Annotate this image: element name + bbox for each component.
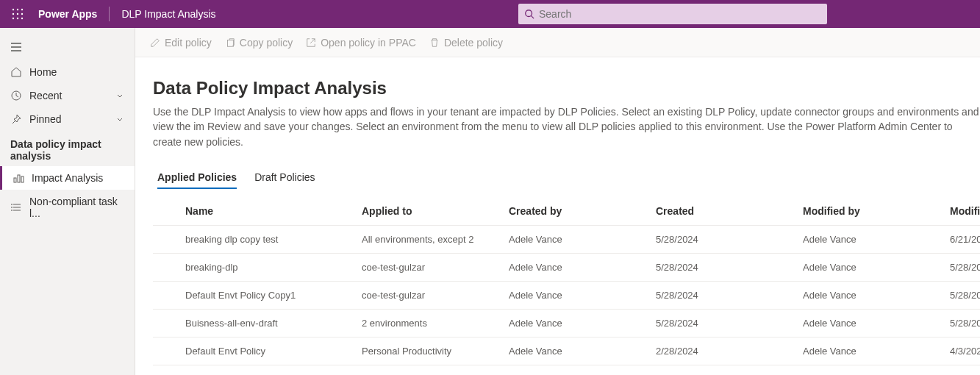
sidebar-item-label: Non-compliant task l... <box>29 196 124 219</box>
svg-point-9 <box>526 10 532 17</box>
svg-point-8 <box>21 18 23 19</box>
table-row[interactable]: breaking-dlp coe-test-gulzar Adele Vance… <box>153 254 980 282</box>
svg-point-4 <box>17 13 18 15</box>
col-header-name[interactable]: Name <box>185 205 362 217</box>
cell-modified: 6/21/2024 <box>950 234 980 245</box>
svg-point-22 <box>12 207 12 208</box>
cell-createdby: Adele Vance <box>509 234 656 245</box>
svg-rect-17 <box>21 176 24 182</box>
cell-applied: Personal Productivity <box>362 346 509 357</box>
svg-rect-24 <box>227 40 233 46</box>
cell-createdby: Adele Vance <box>509 262 656 273</box>
cell-applied: coe-test-gulzar <box>362 262 509 273</box>
tab-bar: Applied Policies Draft Policies <box>153 167 980 189</box>
cell-applied: coe-test-gulzar <box>362 290 509 301</box>
cell-modified: 5/28/2024 <box>950 290 980 301</box>
open-icon <box>306 38 316 48</box>
trash-icon <box>429 38 440 48</box>
app-launcher-icon[interactable] <box>6 2 29 26</box>
cell-name: Buisness-all-env-draft <box>185 318 362 329</box>
cell-name: Default Envt Policy <box>185 346 362 357</box>
cell-modified: 5/28/2024 <box>950 318 980 329</box>
open-ppac-button[interactable]: Open policy in PPAC <box>306 37 416 49</box>
col-header-created[interactable]: Created <box>656 205 803 217</box>
table-row[interactable]: Default Envt Policy Copy1 coe-test-gulza… <box>153 282 980 310</box>
svg-point-3 <box>12 13 14 15</box>
cell-createdby: Adele Vance <box>509 318 656 329</box>
tab-draft-policies[interactable]: Draft Policies <box>254 167 315 189</box>
svg-rect-15 <box>14 178 16 182</box>
pin-icon <box>10 113 22 125</box>
cell-modifiedby: Adele Vance <box>803 318 950 329</box>
svg-point-0 <box>12 9 14 10</box>
app-header: Power Apps DLP Impact Analysis <box>0 0 980 28</box>
copy-policy-button[interactable]: Copy policy <box>225 37 293 49</box>
search-box[interactable] <box>518 4 827 24</box>
nav-label: Pinned <box>29 113 62 125</box>
toolbar: Edit policy Copy policy Open policy in P… <box>135 28 980 57</box>
svg-point-21 <box>12 204 12 205</box>
edit-policy-button[interactable]: Edit policy <box>150 37 212 49</box>
cell-created: 5/28/2024 <box>656 234 803 245</box>
delete-policy-button[interactable]: Delete policy <box>429 37 503 49</box>
tab-applied-policies[interactable]: Applied Policies <box>157 167 237 189</box>
list-icon <box>10 201 22 213</box>
cell-modifiedby: Adele Vance <box>803 290 950 301</box>
sidebar: Home Recent Pinned Data policy impact an… <box>0 28 135 375</box>
clock-icon <box>10 90 22 101</box>
edit-icon <box>150 38 160 48</box>
cell-created: 2/28/2024 <box>656 346 803 357</box>
toolbar-label: Delete policy <box>444 37 503 49</box>
search-input[interactable] <box>539 8 821 20</box>
toolbar-label: Copy policy <box>240 37 293 49</box>
page-title: Data Policy Impact Analysis <box>153 78 980 99</box>
toolbar-label: Open policy in PPAC <box>321 37 416 49</box>
cell-name: breaking dlp copy test <box>185 234 362 245</box>
cell-createdby: Adele Vance <box>509 290 656 301</box>
page-subtitle: DLP Impact Analysis <box>121 8 215 20</box>
sidebar-item-noncompliant[interactable]: Non-compliant task l... <box>0 190 135 225</box>
sidebar-item-impact-analysis[interactable]: Impact Analysis <box>0 166 135 190</box>
app-name[interactable]: Power Apps <box>38 8 97 20</box>
table-row[interactable]: breaking dlp copy test All environments,… <box>153 226 980 254</box>
cell-modified: 4/3/2024 <box>950 346 980 357</box>
nav-label: Recent <box>29 90 62 101</box>
chevron-down-icon <box>115 115 124 124</box>
col-header-applied[interactable]: Applied to <box>362 205 509 217</box>
svg-point-1 <box>17 9 18 10</box>
cell-name: breaking-dlp <box>185 262 362 273</box>
col-header-modified[interactable]: Modified <box>950 205 980 217</box>
toolbar-label: Edit policy <box>165 37 212 49</box>
nav-label: Home <box>29 66 57 78</box>
search-icon <box>524 9 534 19</box>
divider <box>109 7 110 21</box>
col-header-modifiedby[interactable]: Modified by <box>803 205 950 217</box>
hamburger-menu[interactable] <box>0 34 135 60</box>
cell-modifiedby: Adele Vance <box>803 262 950 273</box>
chevron-down-icon <box>115 91 124 100</box>
nav-recent[interactable]: Recent <box>0 84 135 107</box>
chart-icon <box>12 172 24 184</box>
cell-created: 5/28/2024 <box>656 262 803 273</box>
table-row[interactable]: Default Envt Policy Personal Productivit… <box>153 338 980 365</box>
cell-applied: All environments, except 2 <box>362 234 509 245</box>
svg-point-5 <box>21 13 23 15</box>
cell-applied: 2 environments <box>362 318 509 329</box>
cell-modified: 5/28/2024 <box>950 262 980 273</box>
nav-pinned[interactable]: Pinned <box>0 107 135 131</box>
svg-point-6 <box>12 18 14 19</box>
svg-rect-16 <box>18 175 20 182</box>
grid-header-row: Name Applied to Created by Created Modif… <box>153 198 980 226</box>
cell-created: 5/28/2024 <box>656 318 803 329</box>
copy-icon <box>225 38 235 48</box>
sidebar-item-label: Impact Analysis <box>32 172 103 184</box>
svg-point-7 <box>17 18 18 19</box>
page-description: Use the DLP Impact Analysis to view how … <box>153 104 980 149</box>
cell-created: 5/28/2024 <box>656 290 803 301</box>
nav-home[interactable]: Home <box>0 60 135 84</box>
svg-line-10 <box>532 16 534 19</box>
cell-name: Default Envt Policy Copy1 <box>185 290 362 301</box>
nav-section-title: Data policy impact analysis <box>0 131 135 166</box>
table-row[interactable]: Buisness-all-env-draft 2 environments Ad… <box>153 310 980 338</box>
col-header-createdby[interactable]: Created by <box>509 205 656 217</box>
